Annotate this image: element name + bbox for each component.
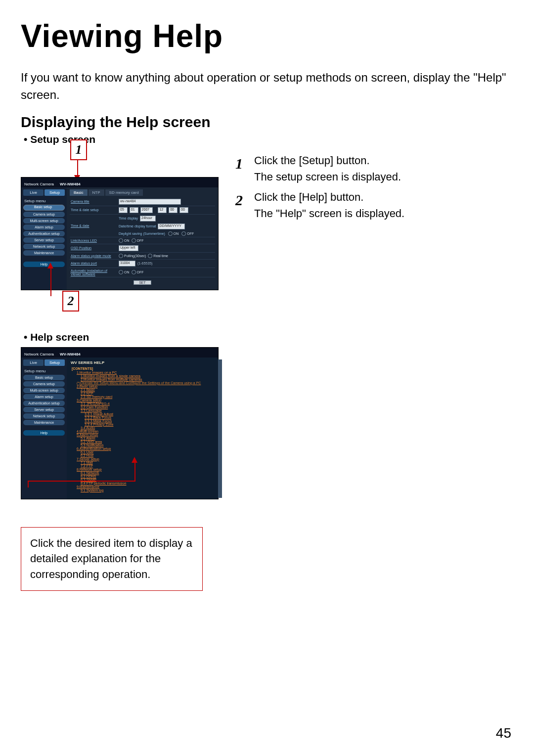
select-time-display[interactable]: 24hour xyxy=(140,216,156,222)
help-link[interactable]: 3.3.2 Back Focus xyxy=(85,416,214,419)
sublab-time-display: Time display xyxy=(119,217,138,220)
input-camera-title[interactable]: wv-nw484 xyxy=(119,199,181,205)
help-link[interactable]: 1.Monitor Images on a PC xyxy=(77,371,214,374)
menu-camera-setup[interactable]: Camera setup xyxy=(23,212,65,217)
help-link[interactable]: 6.2 Host xyxy=(81,454,214,457)
help-link[interactable]: 3.3 Language xyxy=(81,409,214,412)
lab-osd-position: OSD Position xyxy=(70,245,119,251)
menu2-help[interactable]: Help xyxy=(23,430,65,436)
callout-box-1: 1 xyxy=(70,139,87,160)
help-link[interactable]: 3.1 JPEG/MPEG-4 xyxy=(81,402,214,405)
tab-setup[interactable]: Setup xyxy=(44,189,65,196)
help-screen-heading: Help screen xyxy=(24,331,513,343)
radio-polling[interactable]: Polling(30sec) xyxy=(119,254,146,258)
radio-autoinstall-off[interactable]: OFF xyxy=(132,270,144,274)
menu-basic-setup[interactable]: Basic setup xyxy=(23,205,65,211)
app-main-panel: Basic NTP SD memory card Camera title wv… xyxy=(67,187,218,290)
set-button[interactable]: SET xyxy=(134,280,151,285)
setup-screen-heading: Setup screen xyxy=(24,133,513,145)
menu-alarm-setup[interactable]: Alarm setup xyxy=(23,224,65,230)
app-model: WV-NW484 xyxy=(57,180,84,187)
help-contents-panel: WV SERIES HELP [CONTENTS] 1.Monitor Imag… xyxy=(67,357,218,499)
lab-link-led: Link/Access LED xyxy=(70,238,119,243)
help-link[interactable]: 7.Server setup xyxy=(77,457,214,461)
help-link[interactable]: 8.4 FTP periodic transmission xyxy=(81,482,214,485)
sidebar-title-2: Setup menu xyxy=(24,369,65,373)
lab-auto-install: Automatic installation of Viewer softwar… xyxy=(70,268,119,277)
radio-realtime[interactable]: Real time xyxy=(148,254,168,258)
help-link[interactable]: 2.Monitor images from multiple cameras xyxy=(81,378,214,381)
help-link[interactable]: 5.Alarm setup xyxy=(77,433,214,437)
help-link[interactable]: 3.Camera setup xyxy=(77,399,214,402)
help-link[interactable]: 2.3 SD memory card xyxy=(81,395,214,399)
help-link[interactable]: 3.2 Cam Function xyxy=(81,405,214,409)
radio-dst-off[interactable]: OFF xyxy=(181,231,194,236)
lab-alarm-port: Alarm status port xyxy=(70,261,119,266)
help-link[interactable]: 3.4 Audio xyxy=(81,426,214,430)
radio-led-off[interactable]: OFF xyxy=(132,238,144,243)
menu2-alarm[interactable]: Alarm setup xyxy=(23,394,65,400)
help-link[interactable]: 1.Monitor images from a single camera xyxy=(81,374,214,378)
menu-maintenance[interactable]: Maintenance xyxy=(23,250,65,256)
menu-auth-setup[interactable]: Authentication setup xyxy=(23,231,65,236)
menu2-camera[interactable]: Camera setup xyxy=(23,381,65,387)
tab-live-2[interactable]: Live xyxy=(23,359,44,366)
sidebar-title: Setup menu xyxy=(24,199,65,203)
help-link[interactable]: 6.Authentication setup xyxy=(77,447,214,450)
menu2-basic[interactable]: Basic setup xyxy=(23,375,65,380)
main-tab-ntp[interactable]: NTP xyxy=(89,189,104,196)
menu-server-setup[interactable]: Server setup xyxy=(23,237,65,243)
document-page: Viewing Help If you want to know anythin… xyxy=(0,0,534,756)
radio-autoinstall-on[interactable]: ON xyxy=(119,270,130,274)
help-link[interactable]: 3.3.3 Mask Focus xyxy=(85,419,214,423)
tab-setup-2[interactable]: Setup xyxy=(44,359,65,366)
scrollbar[interactable] xyxy=(218,359,222,498)
help-note: (*)Operate the Setup Menu and Configure … xyxy=(77,381,214,385)
menu2-multi[interactable]: Multi-screen setup xyxy=(23,388,65,393)
help-link[interactable]: 8.1 Network xyxy=(81,471,214,475)
menu-network-setup[interactable]: Network setup xyxy=(23,244,65,249)
select-date-format[interactable]: DD/MM/YYYY xyxy=(158,223,184,229)
menu-help[interactable]: Help xyxy=(23,262,65,267)
intro-paragraph: If you want to know anything about opera… xyxy=(21,69,513,104)
menu2-network[interactable]: Network setup xyxy=(23,413,65,419)
input-alarm-port[interactable]: 31004 xyxy=(119,261,135,267)
lab-time-date: Time & date xyxy=(70,223,119,228)
step-1-line2: The setup screen is displayed. xyxy=(254,169,513,185)
help-link[interactable]: 6.1 User xyxy=(81,450,214,454)
help-link[interactable]: 7.2 FTP xyxy=(81,464,214,468)
main-tab-basic[interactable]: Basic xyxy=(70,189,88,196)
help-link[interactable]: 5.3 Notification xyxy=(81,444,214,447)
main-tab-sd[interactable]: SD memory card xyxy=(105,189,143,196)
help-link[interactable]: 3.3.1 Image Adjust xyxy=(85,412,214,416)
menu2-maint[interactable]: Maintenance xyxy=(23,420,65,425)
tab-live[interactable]: Live xyxy=(23,189,44,196)
help-link[interactable]: 9.1 System log xyxy=(81,489,214,492)
help-link[interactable]: 8.2 DDNS xyxy=(81,475,214,478)
app-brand-2: Network Camera xyxy=(21,351,57,357)
help-link[interactable]: 9.Maintenance xyxy=(77,485,214,489)
help-link[interactable]: 8.Network setup xyxy=(77,468,214,471)
help-link[interactable]: 3.3.4 Privacy Zone xyxy=(85,423,214,426)
help-link[interactable]: 2.1 Basic xyxy=(81,388,214,392)
help-link[interactable]: 5.1 Alarm xyxy=(81,437,214,440)
step-2-number: 2 xyxy=(235,189,249,222)
step-2-line1: Click the [Help] button. xyxy=(254,189,513,205)
help-link[interactable]: 2.Basic setup xyxy=(77,385,214,388)
help-link[interactable]: 7.1 Mail xyxy=(81,461,214,464)
radio-led-on[interactable]: ON xyxy=(119,238,130,243)
note-leader xyxy=(134,462,135,482)
select-osd-position[interactable]: Upper left xyxy=(119,245,138,251)
app-brand: Network Camera xyxy=(21,180,57,187)
menu2-auth[interactable]: Authentication setup xyxy=(23,400,65,406)
callout-box-2: 2 xyxy=(62,291,79,311)
callout-1-leader xyxy=(77,159,78,176)
radio-dst-on[interactable]: ON xyxy=(168,231,179,236)
menu-multiscreen-setup[interactable]: Multi-screen setup xyxy=(23,218,65,223)
help-link[interactable]: 5.2 VMD area xyxy=(81,440,214,444)
help-link[interactable]: 2.2 NTP xyxy=(81,392,214,395)
callout-2-leader xyxy=(50,267,51,296)
help-link[interactable]: 4.Multi-screen xyxy=(77,430,214,433)
menu2-server[interactable]: Server setup xyxy=(23,407,65,412)
ctl-time-date-setup[interactable]: 05012007 120000 xyxy=(119,206,215,214)
